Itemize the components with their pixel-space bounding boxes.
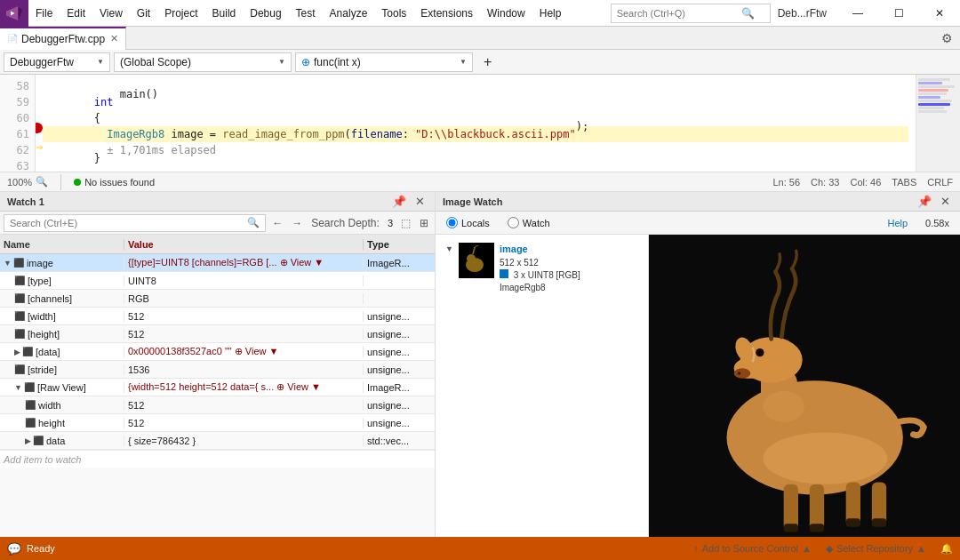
image-watch-pin-button[interactable]: 📌	[915, 195, 934, 208]
menu-help[interactable]: Help	[532, 0, 569, 26]
code-content[interactable]: ⇒ int main() { ImageRgb8 image = read_im…	[36, 75, 916, 172]
menu-test[interactable]: Test	[289, 0, 323, 26]
watch-value-width: 512	[124, 311, 364, 322]
editor-tab[interactable]: 📄 DebuggerFtw.cpp ✕	[0, 27, 126, 50]
field-icon: ⬛	[14, 276, 25, 285]
menu-extensions[interactable]: Extensions	[413, 0, 480, 26]
search-input[interactable]	[617, 8, 741, 19]
scope-dropdown-3[interactable]: ⊕ func(int x) ▼	[295, 52, 473, 72]
watch-row-type[interactable]: ⬛[type] UINT8	[0, 272, 435, 290]
watch-next-button[interactable]: →	[289, 217, 305, 229]
dropdown-arrow-1: ▼	[97, 58, 104, 66]
close-button[interactable]: ✕	[919, 0, 960, 27]
watch-row-height[interactable]: ⬛[height] 512 unsigne...	[0, 325, 435, 343]
watch-expand-button[interactable]: ⊞	[417, 217, 431, 229]
minimize-button[interactable]: —	[837, 0, 878, 27]
add-panel-button[interactable]: +	[480, 52, 495, 72]
watch-row-image[interactable]: ▼ ⬛ image {[type]=UINT8 [channels]=RGB […	[0, 254, 435, 272]
menu-build[interactable]: Build	[205, 0, 244, 26]
menu-debug[interactable]: Debug	[243, 0, 288, 26]
editor-minimap[interactable]	[916, 75, 960, 172]
field-icon: ⬛	[22, 347, 33, 356]
tree-toggle-data[interactable]: ▶	[14, 348, 20, 356]
tree-toggle-image[interactable]: ▼	[4, 259, 12, 268]
watch-close-button[interactable]: ✕	[412, 195, 428, 208]
col-info: Col: 46	[850, 177, 881, 188]
search-box[interactable]: 🔍	[611, 4, 771, 23]
code-line-61: ImageRgb8 image = read_image_from_ppm(fi…	[43, 126, 908, 142]
add-to-source-control-button[interactable]: ↑ Add to Source Control ▲	[693, 543, 812, 554]
watch-row-rw-height[interactable]: ⬛height 512 unsigne...	[0, 414, 435, 432]
image-watch-titlebar: Image Watch 📌 ✕	[436, 192, 960, 212]
menu-file[interactable]: File	[28, 0, 60, 26]
help-link[interactable]: Help	[887, 218, 908, 228]
watch-value-rw-data: { size=786432 }	[124, 436, 364, 446]
scope-dropdown-2[interactable]: (Global Scope) ▼	[114, 52, 292, 72]
watch-search-input[interactable]	[10, 218, 247, 228]
issues-indicator[interactable]: No issues found	[74, 177, 155, 188]
item-size: 512 x 512	[500, 257, 580, 269]
tab-file-icon: 📄	[7, 34, 18, 44]
tab-settings-button[interactable]: ⚙	[934, 27, 960, 49]
watch-type-rawview: ImageR...	[364, 382, 435, 393]
menu-git[interactable]: Git	[130, 0, 157, 26]
watch-name-data: ▶ ⬛[data]	[0, 347, 124, 357]
image-watch-list: ▼ image 512 x 512	[436, 235, 649, 537]
menu-view[interactable]: View	[92, 0, 130, 26]
watch-name-rw-height: ⬛height	[0, 418, 124, 428]
zoom-icon: 🔍	[36, 176, 48, 188]
repository-label: Select Repository	[836, 543, 913, 554]
watch-radio-input[interactable]	[508, 217, 519, 228]
menu-project[interactable]: Project	[157, 0, 204, 26]
locals-radio[interactable]: Locals	[446, 217, 490, 228]
watch-radio[interactable]: Watch	[508, 217, 550, 228]
field-icon: ⬛	[24, 382, 35, 392]
watch-row-rw-width[interactable]: ⬛width 512 unsigne...	[0, 396, 435, 414]
tab-close-button[interactable]: ✕	[110, 33, 118, 44]
scope-dropdown-1[interactable]: DebuggerFtw ▼	[4, 52, 110, 72]
notification-button[interactable]: 🔔	[940, 543, 953, 555]
menu-analyze[interactable]: Analyze	[323, 0, 375, 26]
image-list-item-image[interactable]: ▼ image 512 x 512	[439, 238, 644, 299]
watch-search-box[interactable]: 🔍	[4, 214, 266, 232]
svg-point-24	[763, 391, 804, 422]
watch-pin-button[interactable]: 📌	[389, 195, 409, 208]
menu-window[interactable]: Window	[480, 0, 532, 26]
watch-add-item-row[interactable]: Add item to watch	[0, 450, 435, 468]
locals-radio-input[interactable]	[446, 217, 458, 228]
menu-edit[interactable]: Edit	[60, 0, 92, 26]
maximize-button[interactable]: ☐	[878, 0, 919, 27]
image-display-area[interactable]	[649, 235, 960, 537]
watch-label: Watch	[523, 218, 550, 228]
watch-type-image: ImageR...	[364, 258, 435, 268]
watch-row-rw-data[interactable]: ▶ ⬛data { size=786432 } std::vec...	[0, 432, 435, 450]
watch-row-data[interactable]: ▶ ⬛[data] 0x00000138f3527ac0 "" ⊕ View ▼…	[0, 343, 435, 361]
watch-row-rawview[interactable]: ▼ ⬛[Raw View] {width=512 height=512 data…	[0, 379, 435, 396]
code-line-58	[43, 78, 908, 94]
select-repository-button[interactable]: ◆ Select Repository ▲	[826, 543, 926, 555]
watch-type-data: unsigne...	[364, 347, 435, 357]
watch-row-channels[interactable]: ⬛[channels] RGB	[0, 290, 435, 308]
antelope-image	[649, 235, 960, 537]
line-num-61: 61	[0, 126, 35, 142]
repository-diamond-icon: ◆	[826, 543, 833, 555]
watch-row-stride[interactable]: ⬛[stride] 1536 unsigne...	[0, 361, 435, 379]
notification-bell-icon: 🔔	[940, 543, 953, 555]
tree-toggle-rw-data[interactable]: ▶	[25, 436, 31, 445]
svg-rect-19	[846, 518, 860, 526]
dropdown-arrow-2: ▼	[278, 58, 285, 66]
vs-logo	[0, 0, 28, 27]
menu-tools[interactable]: Tools	[374, 0, 413, 26]
watch-value-type: UINT8	[124, 276, 364, 286]
watch-name-type: ⬛[type]	[0, 276, 124, 286]
watch-copy-button[interactable]: ⬚	[398, 217, 413, 229]
watch-row-width[interactable]: ⬛[width] 512 unsigne...	[0, 308, 435, 325]
arrow-indicator: ⇒	[36, 139, 43, 155]
tree-toggle-rawview[interactable]: ▼	[14, 383, 22, 392]
field-icon: ⬛	[33, 436, 44, 445]
watch-prev-button[interactable]: ←	[269, 217, 285, 229]
image-watch-close-button[interactable]: ✕	[938, 195, 953, 208]
zoom-control[interactable]: 100% 🔍	[7, 176, 48, 188]
watch-name-image: ▼ ⬛ image	[0, 258, 124, 268]
watch-type-stride: unsigne...	[364, 364, 435, 375]
